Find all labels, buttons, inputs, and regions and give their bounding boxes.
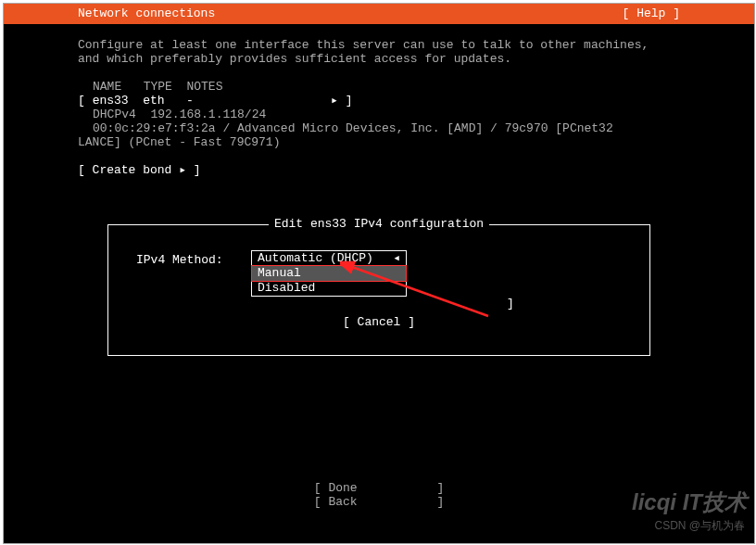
help-button[interactable]: [ Help ] [623, 4, 680, 24]
cancel-button[interactable]: [ Cancel ] [343, 315, 415, 329]
page-title: Network connections [78, 4, 215, 24]
create-bond-button[interactable]: [ Create bond ▸ ] [78, 163, 201, 177]
iface-expand-icon[interactable]: ▸ [331, 94, 338, 108]
ipv4-dialog: Edit ens33 IPv4 configuration IPv4 Metho… [107, 224, 650, 356]
ipv4-opt-automatic[interactable]: Automatic (DHCP) ◂ [252, 251, 406, 266]
iface-type: eth [143, 94, 164, 108]
intro-line-1: Configure at least one interface this se… [78, 38, 649, 52]
dhcp-value: 192.168.1.118/24 [150, 108, 266, 121]
dialog-frame-close: ] [507, 297, 514, 311]
iface-notes: - [186, 94, 194, 108]
watermark-csdn: CSDN @与机为春 [654, 518, 745, 534]
ipv4-method-label: IPv4 Method: [136, 253, 223, 267]
titlebar: Network connections [ Help ] [4, 4, 754, 24]
iface-row-close: ] [346, 94, 353, 108]
ipv4-opt-disabled[interactable]: Disabled [252, 281, 406, 296]
col-notes: NOTES [186, 80, 222, 94]
back-button[interactable]: [ Back ] [314, 495, 444, 509]
intro-line-2: and which preferably provides sufficient… [78, 52, 511, 66]
ipv4-method-dropdown[interactable]: Automatic (DHCP) ◂ Manual Disabled [251, 250, 407, 297]
dropdown-arrow-icon: ◂ [393, 251, 400, 266]
dhcp-label: DHCPv4 [93, 108, 136, 121]
col-type: TYPE [144, 80, 172, 94]
main-content: Configure at least one interface this se… [4, 24, 754, 191]
done-button[interactable]: [ Done ] [314, 481, 444, 495]
mac-line2: LANCE] (PCnet - Fast 79C971) [78, 135, 280, 149]
iface-name[interactable]: ens33 [93, 94, 129, 108]
watermark-brand: licqi IT技术 [632, 488, 747, 517]
dialog-title: Edit ens33 IPv4 configuration [108, 217, 649, 231]
mac-line: 00:0c:29:e7:f3:2a / Advanced Micro Devic… [93, 121, 613, 135]
iface-row-open: [ [78, 94, 85, 108]
ipv4-opt-manual[interactable]: Manual [252, 266, 406, 281]
col-name: NAME [93, 80, 121, 94]
